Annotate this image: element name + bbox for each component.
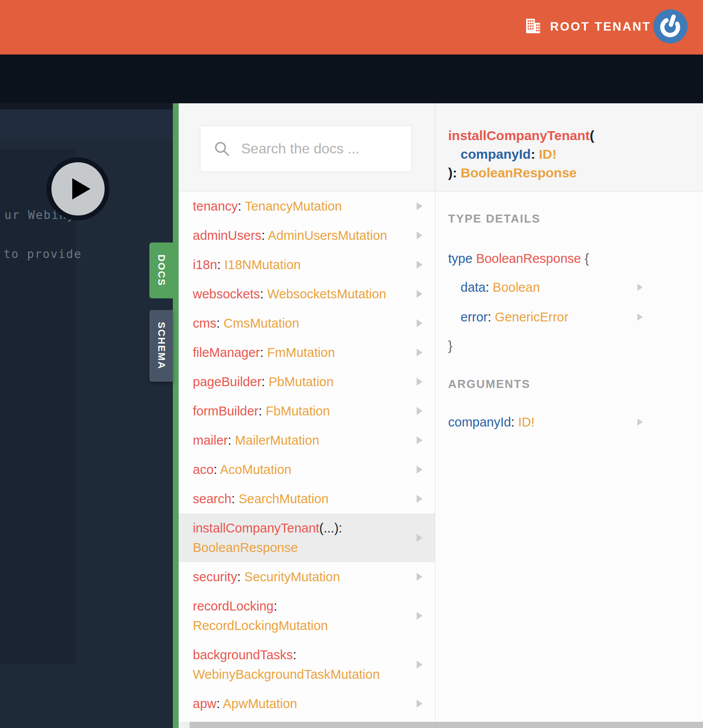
tenant-switcher[interactable]: ROOT TENANT xyxy=(525,13,651,40)
docs-list-item-recordLocking[interactable]: recordLocking: RecordLockingMutation xyxy=(179,591,435,640)
docs-search-box[interactable] xyxy=(200,125,412,172)
signature-line: companyId: ID! xyxy=(448,145,695,164)
user-avatar[interactable] xyxy=(653,9,687,43)
docs-list-item-fileManager[interactable]: fileManager: FmMutation xyxy=(179,338,435,367)
docs-panel: tenancy: TenancyMutationadminUsers: Admi… xyxy=(179,103,435,728)
docs-list-item-security[interactable]: security: SecurityMutation xyxy=(179,562,435,591)
docs-search-section xyxy=(179,103,435,192)
query-editor-area[interactable]: ur Webiny to provide xyxy=(0,103,173,728)
chevron-right-icon[interactable] xyxy=(417,436,422,444)
chevron-right-icon[interactable] xyxy=(637,313,643,321)
graphql-playground-window: ROOT TENANT adless CMS - Preview API + xyxy=(0,0,703,728)
docs-search-input[interactable] xyxy=(240,140,428,157)
chevron-right-icon[interactable] xyxy=(417,495,422,503)
field-signature-section: installCompanyTenant(companyId: ID!): Bo… xyxy=(435,103,703,192)
horizontal-scrollbar xyxy=(179,722,703,728)
app-header: ROOT TENANT xyxy=(0,0,703,55)
docs-field-list: tenancy: TenancyMutationadminUsers: Admi… xyxy=(179,192,435,718)
type-field-row[interactable]: data: Boolean xyxy=(435,280,703,295)
docs-list-item-installCompanyTenant[interactable]: installCompanyTenant(...): BooleanRespon… xyxy=(179,513,435,562)
field-detail-panel: installCompanyTenant(companyId: ID!): Bo… xyxy=(435,103,703,728)
docs-list-item-mailer[interactable]: mailer: MailerMutation xyxy=(179,426,435,455)
docs-list-item-aco[interactable]: aco: AcoMutation xyxy=(179,455,435,484)
tab-docs[interactable]: DOCS xyxy=(149,243,173,298)
tab-schema[interactable]: SCHEMA xyxy=(149,310,173,382)
horizontal-scrollbar-thumb[interactable] xyxy=(190,722,703,728)
docs-list-item-search[interactable]: search: SearchMutation xyxy=(179,484,435,513)
building-icon xyxy=(525,18,542,35)
signature-line: installCompanyTenant( xyxy=(448,126,695,145)
chevron-right-icon[interactable] xyxy=(417,700,422,708)
search-icon xyxy=(214,141,230,157)
query-pane[interactable] xyxy=(0,149,76,664)
chevron-right-icon[interactable] xyxy=(417,466,422,474)
chevron-right-icon[interactable] xyxy=(417,231,422,239)
chevron-right-icon[interactable] xyxy=(417,202,422,210)
docs-list-item-backgroundTasks[interactable]: backgroundTasks: WebinyBackgroundTaskMut… xyxy=(179,640,435,689)
chevron-right-icon[interactable] xyxy=(417,612,422,620)
execute-query-button[interactable] xyxy=(47,157,109,220)
editor-toolbar-band xyxy=(0,110,173,139)
play-icon xyxy=(72,178,90,200)
type-details-header: TYPE DETAILS xyxy=(448,212,540,226)
chevron-right-icon[interactable] xyxy=(417,261,422,269)
arguments-header: ARGUMENTS xyxy=(448,377,531,391)
docs-list-item-i18n[interactable]: i18n: I18NMutation xyxy=(179,250,435,279)
docs-list-item-cms[interactable]: cms: CmsMutation xyxy=(179,309,435,338)
chevron-right-icon[interactable] xyxy=(417,290,422,298)
docs-list-item-pageBuilder[interactable]: pageBuilder: PbMutation xyxy=(179,367,435,396)
chevron-right-icon[interactable] xyxy=(417,348,422,356)
docs-list-item-apw[interactable]: apw: ApwMutation xyxy=(179,689,435,718)
docs-panel-accent-bar xyxy=(173,103,179,728)
type-declaration-line: type BooleanResponse { xyxy=(448,251,589,266)
docs-list-item-formBuilder[interactable]: formBuilder: FbMutation xyxy=(179,396,435,426)
tenant-label: ROOT TENANT xyxy=(550,20,651,34)
chevron-right-icon[interactable] xyxy=(637,284,643,291)
signature-line: ): BooleanResponse xyxy=(448,164,695,182)
editor-top-strip xyxy=(0,103,173,110)
play-button-circle xyxy=(51,162,105,215)
chevron-right-icon[interactable] xyxy=(417,319,422,327)
chevron-right-icon[interactable] xyxy=(417,661,422,669)
type-field-row[interactable]: error: GenericError xyxy=(435,309,703,325)
chevron-right-icon[interactable] xyxy=(417,378,422,386)
docs-list-item-websockets[interactable]: websockets: WebsocketsMutation xyxy=(179,279,435,309)
code-line: to provide xyxy=(4,247,82,261)
docs-list-item-tenancy[interactable]: tenancy: TenancyMutation xyxy=(179,192,435,221)
tab-bar: adless CMS - Preview API + xyxy=(0,55,703,103)
chevron-right-icon[interactable] xyxy=(417,407,422,415)
type-close-line: } xyxy=(448,338,453,353)
chevron-right-icon[interactable] xyxy=(417,534,422,542)
argument-row[interactable]: companyId: ID! xyxy=(435,415,703,430)
chevron-right-icon[interactable] xyxy=(417,573,422,581)
docs-list-item-adminUsers[interactable]: adminUsers: AdminUsersMutation xyxy=(179,221,435,250)
chevron-right-icon[interactable] xyxy=(637,419,643,426)
